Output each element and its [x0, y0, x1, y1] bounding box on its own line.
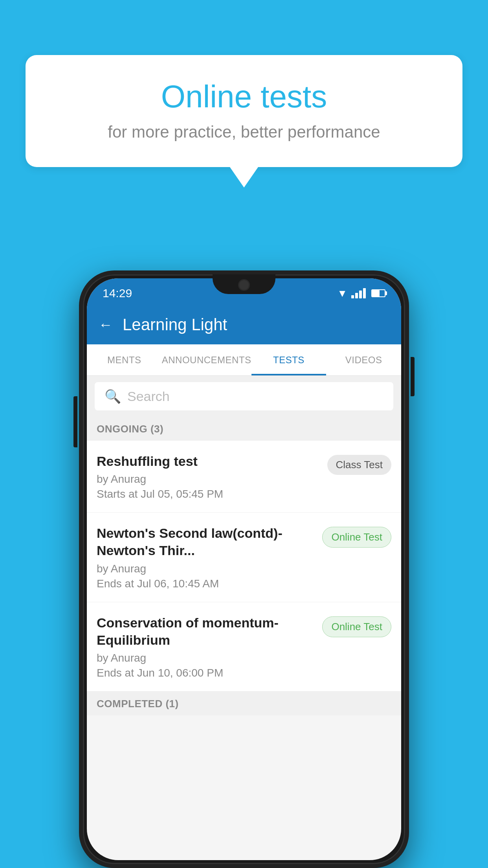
bubble-arrow — [230, 167, 258, 188]
test-author-2: by Anurag — [97, 563, 314, 575]
app-header: ← Learning Light — [87, 305, 401, 344]
bubble-subtitle: for more practice, better performance — [57, 123, 431, 142]
test-author-3: by Anurag — [97, 652, 314, 664]
tab-announcements[interactable]: ANNOUNCEMENTS — [162, 344, 251, 375]
test-name-2: Newton's Second law(contd)-Newton's Thir… — [97, 524, 314, 559]
signal-icon — [351, 288, 366, 298]
completed-title: COMPLETED (1) — [97, 698, 179, 710]
speech-bubble: Online tests for more practice, better p… — [26, 55, 462, 167]
search-placeholder: Search — [127, 389, 170, 404]
status-icons: ▼ — [337, 287, 385, 300]
phone-notch — [213, 274, 275, 294]
test-time-3: Ends at Jun 10, 06:00 PM — [97, 667, 314, 679]
test-info-2: Newton's Second law(contd)-Newton's Thir… — [97, 524, 314, 590]
tab-tests[interactable]: TESTS — [251, 344, 327, 375]
test-info-3: Conservation of momentum-Equilibrium by … — [97, 614, 314, 679]
completed-section-header: COMPLETED (1) — [87, 691, 401, 715]
bubble-title: Online tests — [57, 79, 431, 115]
test-item-2[interactable]: Newton's Second law(contd)-Newton's Thir… — [87, 513, 401, 602]
test-badge-3: Online Test — [322, 616, 391, 637]
search-icon: 🔍 — [105, 388, 121, 404]
test-item-3[interactable]: Conservation of momentum-Equilibrium by … — [87, 602, 401, 691]
test-info-1: Reshuffling test by Anurag Starts at Jul… — [97, 452, 319, 500]
test-item-1[interactable]: Reshuffling test by Anurag Starts at Jul… — [87, 441, 401, 513]
wifi-icon: ▼ — [337, 287, 347, 300]
tab-ments[interactable]: MENTS — [87, 344, 162, 375]
speech-bubble-section: Online tests for more practice, better p… — [26, 55, 462, 188]
phone-volume-button — [73, 396, 77, 447]
test-badge-2: Online Test — [322, 527, 391, 548]
back-button[interactable]: ← — [99, 316, 113, 333]
ongoing-section-header: ONGOING (3) — [87, 417, 401, 441]
test-list: Reshuffling test by Anurag Starts at Jul… — [87, 441, 401, 691]
ongoing-title: ONGOING (3) — [97, 423, 163, 435]
status-time: 14:29 — [103, 287, 132, 300]
battery-icon — [371, 289, 385, 297]
test-name-3: Conservation of momentum-Equilibrium — [97, 614, 314, 649]
test-author-1: by Anurag — [97, 473, 319, 485]
test-name-1: Reshuffling test — [97, 452, 319, 470]
app-title: Learning Light — [123, 315, 227, 334]
tab-videos[interactable]: VIDEOS — [326, 344, 401, 375]
search-container: 🔍 Search — [87, 376, 401, 417]
test-time-1: Starts at Jul 05, 05:45 PM — [97, 488, 319, 500]
front-camera — [238, 279, 250, 291]
search-bar[interactable]: 🔍 Search — [95, 382, 393, 410]
phone-power-button — [411, 357, 415, 396]
test-badge-1: Class Test — [327, 455, 391, 475]
phone-screen: 14:29 ▼ — [87, 278, 401, 860]
phone-device: 14:29 ▼ — [79, 270, 409, 868]
phone-frame: 14:29 ▼ — [79, 270, 409, 868]
test-time-2: Ends at Jul 06, 10:45 AM — [97, 577, 314, 590]
tab-bar: MENTS ANNOUNCEMENTS TESTS VIDEOS — [87, 344, 401, 376]
